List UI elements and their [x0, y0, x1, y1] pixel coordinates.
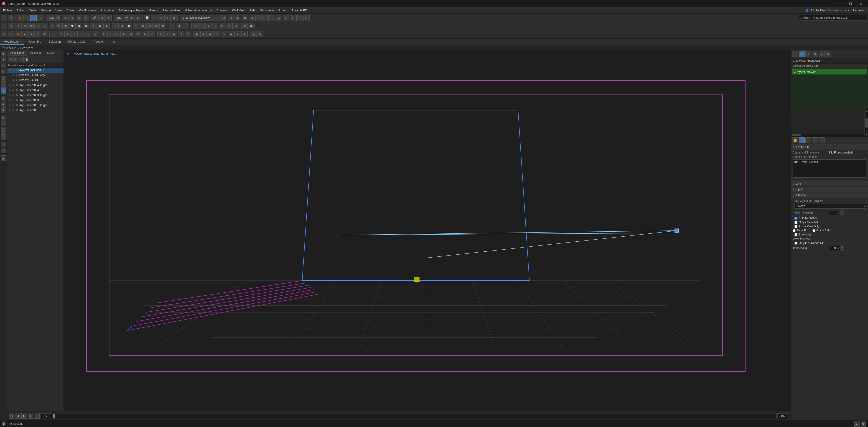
tool-c11[interactable]: 💎 [69, 23, 75, 29]
tool-c14[interactable]: ⬠ [90, 23, 96, 29]
link-tool[interactable]: 🔗 [92, 14, 98, 21]
menu-creer[interactable]: Créer [64, 8, 76, 13]
scale-tool[interactable]: ⊡ [37, 14, 43, 21]
minimize-button[interactable]: ─ [835, 0, 845, 7]
tool-c13[interactable]: ⬟ [83, 23, 89, 29]
h-scroll-thumb[interactable] [792, 134, 801, 136]
section-input-header[interactable]: ▶ Input [791, 187, 868, 192]
scene-item-6[interactable]: 👁◎PhysCamera003 [7, 98, 63, 103]
tool-b12[interactable]: ⊩ [303, 14, 310, 21]
rp-tab-motion2[interactable]: ▷ [818, 137, 825, 143]
tool-c31[interactable]: ☆ [212, 23, 218, 29]
visibility-icon-8[interactable]: 👁 [8, 109, 11, 112]
tool-d30[interactable]: ◒ [207, 31, 214, 37]
rp-tab-display[interactable]: ○ [805, 137, 811, 143]
temper-up[interactable]: ▲ [841, 246, 844, 248]
render-btn[interactable]: 🎬 [241, 23, 248, 29]
freeze-icon-6[interactable]: ◎ [11, 99, 15, 102]
tab-affichage[interactable]: Affichage [28, 50, 44, 56]
tool-d15[interactable]: ⊩ [101, 31, 107, 37]
tab-add-button[interactable]: + [107, 40, 112, 43]
tool-d22[interactable]: ⊰ [148, 31, 155, 37]
rotate-tool[interactable]: ↻ [30, 14, 37, 21]
percent-snap[interactable]: % [76, 14, 82, 21]
fl-btn-17[interactable]: 🔒 [1, 155, 6, 161]
tool-c34[interactable]: ☑ [232, 23, 239, 29]
tool-c24[interactable]: ▦ [160, 23, 166, 29]
tool-c26[interactable]: ⏸ [176, 23, 182, 29]
tab-selection[interactable]: Sélection [45, 39, 64, 44]
tool-d16[interactable]: ⊪ [107, 31, 114, 37]
tool-b4[interactable]: ⊡ [249, 14, 255, 21]
show-mesh-label[interactable]: Show Mesh [799, 233, 813, 236]
tool-a5[interactable]: ◉ [171, 14, 178, 21]
rp-add-btn[interactable]: + [792, 51, 798, 57]
bind-tool[interactable]: ⚡ [105, 14, 112, 21]
scene-item-5[interactable]: 👁◎PhysCamera003.Target [7, 93, 63, 98]
auto-reduction-label[interactable]: Auto Reduction [799, 217, 817, 220]
temper-input[interactable] [829, 246, 840, 250]
rp-tab-hierarchy[interactable]: ◇ [812, 137, 818, 143]
tool-c3[interactable]: ⭯ [14, 23, 21, 29]
menu-vues[interactable]: Vues [53, 8, 64, 13]
fl-btn-16[interactable]: ⊧ [1, 148, 6, 153]
play-next-frame[interactable]: ⏭ [34, 413, 40, 419]
rp-utils-tab[interactable]: 🔧 [825, 51, 831, 57]
section-frame-info-header[interactable]: ▼ Frame Info [791, 144, 868, 150]
tool-d33[interactable]: ◕ [228, 31, 234, 37]
tool-d24[interactable]: ⊲ [164, 31, 170, 37]
fl-btn-5[interactable]: ⊕ [1, 76, 6, 82]
tab-modelisation[interactable]: Modélisation [0, 39, 24, 44]
tool-a3[interactable]: ◎ [158, 14, 164, 21]
tool-b1[interactable]: ⊞ [228, 14, 235, 21]
menu-personnaliser[interactable]: Personnaliser [160, 8, 183, 13]
scene-item-8[interactable]: 👁◎PhysCamera001 [7, 108, 63, 113]
menu-contenu[interactable]: Contenu [214, 8, 230, 13]
play-next[interactable]: ▶ [28, 413, 33, 419]
play-pause[interactable]: ▶ [22, 413, 27, 419]
tool-d3[interactable]: ⊚ [14, 31, 21, 37]
tool-d10[interactable]: ⊤ [64, 31, 71, 37]
tool-d11[interactable]: ⊥ [71, 31, 78, 37]
tool-d9[interactable]: ⊣ [58, 31, 64, 37]
tool-c18[interactable]: ◼ [119, 23, 125, 29]
active-view-only-label[interactable]: Active View Only [799, 225, 819, 228]
scene-item-3[interactable]: 👁◎PhysCamera004.Target [7, 83, 63, 88]
menu-civil[interactable]: Civil View [230, 8, 247, 13]
tool-b5[interactable]: ⊢ [255, 14, 262, 21]
menu-substance[interactable]: Substance [258, 8, 276, 13]
menu-arnold[interactable]: Arnold [276, 8, 289, 13]
tool-c20[interactable]: ◾ [133, 23, 139, 29]
menu-generation[interactable]: Génération de script [183, 8, 214, 13]
section-preview-header[interactable]: ▼ Preview [791, 192, 868, 198]
visibility-icon-6[interactable]: 👁 [8, 99, 11, 102]
detail-reduction-up[interactable]: ▲ [841, 211, 844, 213]
tool-d21[interactable]: ⊯ [142, 31, 148, 37]
fl-btn-2[interactable]: ✦ [1, 57, 6, 62]
play-prev-frame[interactable]: ⏮ [9, 413, 14, 419]
tool-c15[interactable]: ⬢ [96, 23, 103, 29]
tool-b2[interactable]: ⊟ [235, 14, 241, 21]
scene-item-7[interactable]: 👁◎PhysCamera001.Target [7, 103, 63, 108]
visibility-icon-2[interactable]: 👁 [12, 79, 15, 82]
freeze-icon-1[interactable]: ◎ [15, 73, 19, 77]
tool-b3[interactable]: ⊠ [242, 14, 248, 21]
tool-b6[interactable]: ⊣ [262, 14, 269, 21]
tool-d14[interactable]: ⊨ [92, 31, 98, 37]
tab-peinture[interactable]: Peinture objet [64, 39, 90, 44]
fl-btn-9[interactable]: ⊟ [1, 101, 6, 107]
scroll-thumb[interactable] [865, 118, 868, 127]
only-if-selected-label[interactable]: Only if Selected [799, 221, 818, 224]
tool-c32[interactable]: ⊞ [219, 23, 225, 29]
tool-c25[interactable]: ⏮ [169, 23, 175, 29]
select-filter-dropdown[interactable]: Tout [46, 15, 60, 21]
tool-d8[interactable]: ⊢ [51, 31, 57, 37]
freeze-icon-0[interactable]: ◎ [11, 68, 15, 72]
fl-btn-10[interactable]: ⊠ [1, 108, 6, 113]
tool-d23[interactable]: ⊱ [157, 31, 164, 37]
scroll-down-btn[interactable]: ▼ [865, 133, 868, 136]
overlap-checkbox[interactable] [795, 242, 798, 245]
fl-btn-8[interactable]: ⊞ [1, 96, 6, 101]
fl-btn-14[interactable]: ⊥ [1, 134, 6, 140]
tool-b10[interactable]: ⊧ [289, 14, 296, 21]
